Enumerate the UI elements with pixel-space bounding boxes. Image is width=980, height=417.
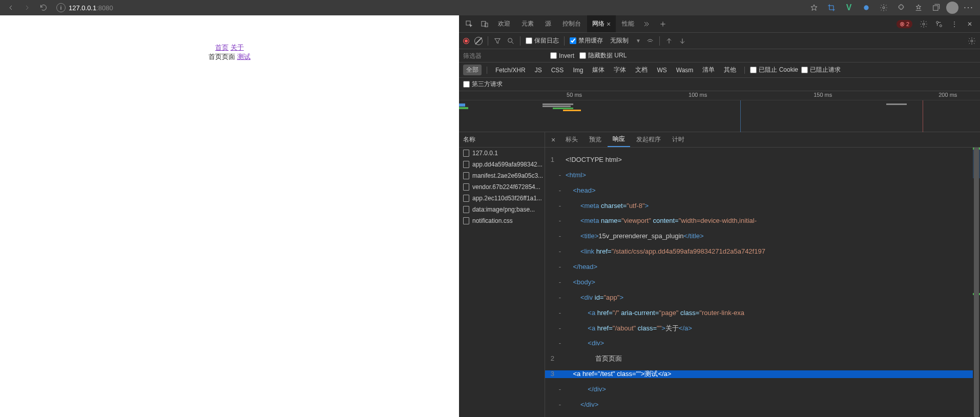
timeline-tick: 150 ms [814,92,834,98]
extension-icon-2[interactable] [877,1,891,15]
collections-icon[interactable] [929,1,943,15]
record-button[interactable] [463,38,469,44]
filter-row: Invert 隐藏数据 URL [459,49,980,62]
page-viewport: 首页 关于 首页页面 测试 [0,15,459,417]
profile-avatar[interactable] [946,2,958,14]
type-css[interactable]: CSS [548,66,567,75]
filter-icon[interactable] [493,37,502,45]
vue-devtools-icon[interactable]: V [842,1,856,15]
detail-tab-preview[interactable]: 预览 [584,132,607,147]
request-item[interactable]: 127.0.0.1 [459,148,545,159]
export-icon[interactable] [678,37,686,45]
svg-point-6 [923,23,925,25]
svg-point-1 [883,7,885,9]
detail-tab-initiator[interactable]: 发起程序 [631,132,666,147]
forward-button[interactable] [20,1,34,14]
device-toggle-icon[interactable] [477,17,492,31]
site-info-icon[interactable]: i [56,3,66,12]
activity-icon[interactable] [932,17,946,31]
type-img[interactable]: Img [570,66,586,75]
favorites-icon[interactable] [807,1,821,15]
request-item[interactable]: app.2ec110d53f26ff1a1... [459,193,545,204]
tab-elements[interactable]: 元素 [516,15,539,32]
network-conditions-icon[interactable] [646,37,654,45]
link-home[interactable]: 首页 [215,44,228,51]
timeline-tick: 200 ms [939,92,959,98]
type-fetch[interactable]: Fetch/XHR [492,66,529,75]
third-party-checkbox[interactable]: 第三方请求 [463,80,503,89]
type-all[interactable]: 全部 [463,65,482,75]
type-filter-row: 全部 Fetch/XHR JS CSS Img 媒体 字体 文档 WS Wasm… [459,62,980,78]
devtools-more-icon[interactable]: ⋮ [947,17,962,31]
request-item[interactable]: app.dd4a599afa998342... [459,159,545,170]
request-list-header: 名称 [459,132,545,148]
preserve-log-checkbox[interactable]: 保留日志 [526,36,559,45]
error-count-badge[interactable]: 2 [896,20,912,28]
type-media[interactable]: 媒体 [589,65,608,75]
detail-tabbar: × 标头 预览 响应 发起程序 计时 [545,132,980,148]
filter-input[interactable] [463,52,545,59]
browser-toolbar: i 127.0.0.1:8080 V ··· [0,0,980,15]
close-detail-icon[interactable]: × [547,136,559,144]
blocked-cookies-checkbox[interactable]: 已阻止 Cookie [750,66,798,74]
extensions-icon[interactable] [894,1,908,15]
scrollbar[interactable] [973,148,980,417]
blocked-requests-checkbox[interactable]: 已阻止请求 [801,66,841,74]
network-toolbar: 保留日志 禁用缓存 无限制 ▼ [459,33,980,49]
detail-tab-headers[interactable]: 标头 [560,132,583,147]
inspect-icon[interactable] [462,17,476,31]
settings-icon[interactable] [916,17,931,31]
address-bar[interactable]: i 127.0.0.1:8080 [56,3,113,12]
type-other[interactable]: 其他 [721,65,739,75]
type-js[interactable]: JS [532,66,545,75]
request-item[interactable]: vendor.67b224f672854... [459,181,545,193]
svg-point-0 [864,5,868,10]
tab-sources[interactable]: 源 [540,15,556,32]
invert-checkbox[interactable]: Invert [550,52,574,59]
tab-welcome[interactable]: 欢迎 [493,15,515,32]
reload-button[interactable] [37,1,50,14]
type-manifest[interactable]: 清单 [699,65,718,75]
add-tab-icon[interactable] [656,17,670,31]
back-button[interactable] [4,1,17,14]
favorites-bar-icon[interactable] [911,1,926,15]
more-tabs-icon[interactable] [640,17,655,31]
timeline-tick: 50 ms [567,92,584,98]
tab-network[interactable]: 网络× [587,15,616,32]
request-item[interactable]: data:image/png;base... [459,204,545,215]
detail-tab-timing[interactable]: 计时 [667,132,690,147]
request-item[interactable]: manifest.2ae2e69a05c3... [459,170,545,181]
network-settings-icon[interactable] [968,37,976,45]
request-item[interactable]: notification.css [459,215,545,226]
detail-tab-response[interactable]: 响应 [608,132,630,147]
type-font[interactable]: 字体 [611,65,629,75]
type-filter-row-2: 第三方请求 [459,78,980,91]
svg-point-8 [940,25,942,27]
clear-button[interactable] [474,37,483,45]
response-code-view[interactable]: 1<!DOCTYPE html> -<html> - <head> - <met… [545,148,980,417]
tab-performance[interactable]: 性能 [617,15,639,32]
svg-rect-2 [933,6,938,10]
type-wasm[interactable]: Wasm [673,66,697,75]
link-test[interactable]: 测试 [237,53,251,60]
disable-cache-checkbox[interactable]: 禁用缓存 [570,36,603,45]
crop-icon[interactable] [824,1,839,15]
svg-point-10 [971,40,973,42]
type-ws[interactable]: WS [654,66,670,75]
type-doc[interactable]: 文档 [632,65,651,75]
waterfall-timeline[interactable]: 50 ms 100 ms 150 ms 200 ms [459,91,980,132]
svg-point-7 [936,21,939,23]
more-icon[interactable]: ··· [962,1,976,15]
hide-data-urls-checkbox[interactable]: 隐藏数据 URL [579,51,627,60]
import-icon[interactable] [665,37,673,45]
extension-icon-1[interactable] [859,1,873,15]
link-about[interactable]: 关于 [231,44,244,51]
search-icon[interactable] [507,37,515,45]
chevron-down-icon: ▼ [636,38,641,44]
devtools-tabbar: 欢迎 元素 源 控制台 网络× 性能 2 ⋮ ✕ [459,15,980,33]
devtools-panel: 欢迎 元素 源 控制台 网络× 性能 2 ⋮ ✕ 保留日志 禁用缓存 [459,15,980,417]
throttling-select[interactable]: 无限制 [608,36,631,45]
close-icon[interactable]: × [607,20,611,28]
tab-console[interactable]: 控制台 [557,15,586,32]
devtools-close-icon[interactable]: ✕ [963,17,977,31]
